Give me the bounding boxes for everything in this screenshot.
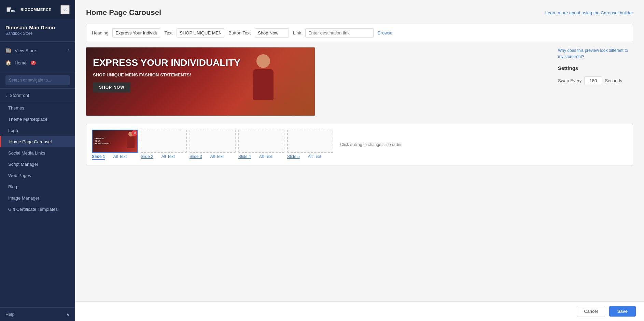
save-button[interactable]: Save xyxy=(609,306,636,317)
slide-heading: EXPRESS YOUR INDIVIDUALITY xyxy=(93,58,240,68)
storefront-section: ‹ Storefront ThemesTheme MarketplaceLogo… xyxy=(0,89,75,215)
slide-image: EXPRESS YOUR INDIVIDUALITY SHOP UNIQUE M… xyxy=(86,47,315,116)
slide-alt-label-4[interactable]: Alt Text xyxy=(259,154,272,159)
slide-label-3[interactable]: Slide 3 xyxy=(190,154,202,159)
sidebar-item-web-pages[interactable]: Web Pages xyxy=(0,170,75,181)
store-icon: 🏬 xyxy=(5,48,11,53)
view-store-label: View Store xyxy=(15,48,36,53)
swap-seconds-input[interactable] xyxy=(584,76,602,85)
sidebar: BC BIGCOMMERCE ‹‹ Dinosaur Man Demo Sand… xyxy=(0,0,75,321)
help-section[interactable]: Help ∧ xyxy=(0,307,75,321)
slide-thumb-img-5[interactable] xyxy=(287,130,333,153)
link-input[interactable] xyxy=(305,28,374,38)
button-text-label: Button Text xyxy=(228,30,251,35)
slide-thumb-labels-3: Slide 3Alt Text xyxy=(190,154,224,159)
form-bar: Heading Text Button Text Link Browse xyxy=(86,24,633,42)
settings-title: Settings xyxy=(558,65,633,71)
slide-thumb-3: Slide 3Alt Text xyxy=(190,130,236,159)
bigcommerce-logo: BC xyxy=(5,5,18,14)
external-link-icon: ↗ xyxy=(66,48,70,53)
slide-label-5[interactable]: Slide 5 xyxy=(287,154,300,159)
store-info: Dinosaur Man Demo Sandbox Store xyxy=(0,19,75,42)
shop-now-button[interactable]: SHOP NOW xyxy=(93,82,130,92)
button-text-input[interactable] xyxy=(255,28,289,38)
home-label: Home xyxy=(15,60,27,65)
browse-button[interactable]: Browse xyxy=(378,30,392,35)
slide-label-2[interactable]: Slide 2 xyxy=(141,154,153,159)
slide-thumb-img-2[interactable] xyxy=(141,130,187,153)
sidebar-item-logo[interactable]: Logo xyxy=(0,125,75,136)
slide-thumb-5: Slide 5Alt Text xyxy=(287,130,333,159)
slide-thumb-labels-1: Slide 1Alt Text xyxy=(92,154,127,160)
slide-alt-label-2[interactable]: Alt Text xyxy=(162,154,175,159)
text-input[interactable] xyxy=(177,28,224,38)
slide-subtext: SHOP UNIQUE MENS FASHION STATEMENTS! xyxy=(93,72,240,77)
person-body xyxy=(253,69,274,100)
sidebar-item-image-manager[interactable]: Image Manager xyxy=(0,192,75,204)
carousel-preview: EXPRESS YOUR INDIVIDUALITY SHOP UNIQUE M… xyxy=(86,47,550,116)
page-header: Home Page Carousel Learn more about usin… xyxy=(86,8,633,17)
sidebar-item-gift-certificate-templates[interactable]: Gift Certificate Templates xyxy=(0,204,75,215)
learn-more-link[interactable]: Learn more about using the Carousel buil… xyxy=(545,10,633,15)
slide-thumb-labels-2: Slide 2Alt Text xyxy=(141,154,175,159)
storefront-label: Storefront xyxy=(10,93,29,98)
seconds-label: Seconds xyxy=(605,78,622,83)
slide-thumb-labels-5: Slide 5Alt Text xyxy=(287,154,321,159)
slide-alt-label-1[interactable]: Alt Text xyxy=(113,154,127,160)
logo-area: BC BIGCOMMERCE xyxy=(5,5,51,14)
sidebar-item-blog[interactable]: Blog xyxy=(0,181,75,192)
search-bar xyxy=(0,72,75,89)
brand-name: BIGCOMMERCE xyxy=(20,8,51,12)
sidebar-item-theme-marketplace[interactable]: Theme Marketplace xyxy=(0,114,75,125)
home-icon: 🏠 xyxy=(5,60,11,65)
store-subtitle: Sandbox Store xyxy=(5,31,70,36)
settings-panel: Why does this preview look different to … xyxy=(558,47,633,116)
collapse-sidebar-button[interactable]: ‹‹ xyxy=(60,5,70,14)
sidebar-item-social-media-links[interactable]: Social Media Links xyxy=(0,147,75,159)
sidebar-header: BC BIGCOMMERCE ‹‹ xyxy=(0,0,75,19)
heading-input[interactable] xyxy=(112,28,160,38)
slide-alt-label-3[interactable]: Alt Text xyxy=(210,154,224,159)
help-label: Help xyxy=(5,312,15,317)
slide-thumb-4: Slide 4Alt Text xyxy=(238,130,284,159)
chevron-up-icon: ∧ xyxy=(66,312,70,317)
content-area: Home Page Carousel Learn more about usin… xyxy=(75,0,644,301)
slides-strip: EXPRESSYOURINDIVIDUALITY ✕ Slide 1Alt Te… xyxy=(92,130,333,160)
slide-thumb-img-1[interactable]: EXPRESSYOURINDIVIDUALITY ✕ xyxy=(92,130,138,153)
sidebar-item-themes[interactable]: Themes xyxy=(0,102,75,114)
slide-label-4[interactable]: Slide 4 xyxy=(238,154,251,159)
view-store-link[interactable]: 🏬 View Store ↗ xyxy=(0,44,75,57)
cancel-button[interactable]: Cancel xyxy=(577,306,605,317)
text-label: Text xyxy=(164,30,172,35)
main-content: Home Page Carousel Learn more about usin… xyxy=(75,0,644,321)
nav-links: 🏬 View Store ↗ 🏠 Home 8 xyxy=(0,42,75,72)
swap-label: Swap Every xyxy=(558,78,582,83)
drag-hint: Click & drag to change slide order xyxy=(340,142,402,147)
person-figure xyxy=(250,54,277,109)
slide-thumb-img-4[interactable] xyxy=(238,130,284,153)
home-link[interactable]: 🏠 Home 8 xyxy=(0,57,75,69)
slide-thumb-2: Slide 2Alt Text xyxy=(141,130,187,159)
svg-text:BC: BC xyxy=(11,9,15,12)
heading-label: Heading xyxy=(92,30,108,35)
slide-thumb-labels-4: Slide 4Alt Text xyxy=(238,154,272,159)
store-name: Dinosaur Man Demo xyxy=(5,25,70,30)
chevron-left-icon: ‹ xyxy=(5,93,7,98)
sidebar-item-script-manager[interactable]: Script Manager xyxy=(0,159,75,170)
slide-thumb-img-3[interactable] xyxy=(190,130,236,153)
sidebar-item-home-page-carousel[interactable]: Home Page Carousel xyxy=(0,136,75,147)
swap-setting: Swap Every Seconds xyxy=(558,76,633,85)
storefront-header[interactable]: ‹ Storefront xyxy=(0,89,75,102)
slide-delete-badge-1[interactable]: ✕ xyxy=(131,130,138,136)
preview-container: EXPRESS YOUR INDIVIDUALITY SHOP UNIQUE M… xyxy=(86,47,633,116)
slide-alt-label-5[interactable]: Alt Text xyxy=(308,154,321,159)
slide-label-1[interactable]: Slide 1 xyxy=(92,154,105,160)
person-head xyxy=(256,54,270,68)
slides-strip-container: EXPRESSYOURINDIVIDUALITY ✕ Slide 1Alt Te… xyxy=(86,124,633,165)
page-title: Home Page Carousel xyxy=(86,8,161,17)
slide-text-overlay: EXPRESS YOUR INDIVIDUALITY SHOP UNIQUE M… xyxy=(93,58,240,92)
search-input[interactable] xyxy=(5,75,70,85)
why-preview-link[interactable]: Why does this preview look different to … xyxy=(558,47,633,60)
link-label: Link xyxy=(293,30,301,35)
sidebar-items: ThemesTheme MarketplaceLogoHome Page Car… xyxy=(0,102,75,215)
